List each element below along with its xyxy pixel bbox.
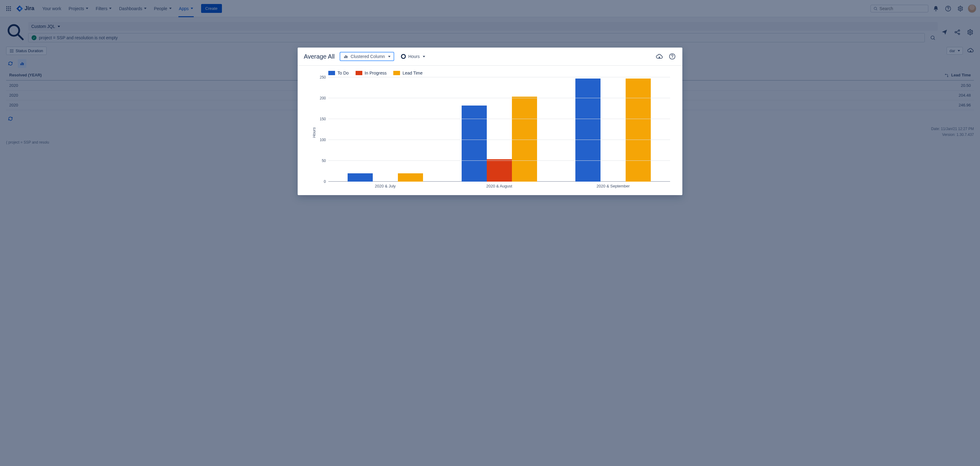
legend-swatch xyxy=(356,71,362,75)
chart-area: To DoIn ProgressLead Time Hours 2020 & J… xyxy=(298,65,682,195)
svg-rect-38 xyxy=(344,56,345,58)
modal-overlay[interactable]: Average All Clustered Column Hours To Do… xyxy=(0,0,980,466)
cloud-download-icon[interactable] xyxy=(655,53,663,61)
chart-legend: To DoIn ProgressLead Time xyxy=(328,70,676,75)
bar-group: 2020 & July xyxy=(328,77,442,182)
svg-point-42 xyxy=(672,57,673,58)
y-tick: 150 xyxy=(316,117,326,121)
gridline xyxy=(328,98,670,98)
y-tick: 200 xyxy=(316,96,326,100)
x-tick: 2020 & September xyxy=(556,184,670,188)
bar-group: 2020 & September xyxy=(556,77,670,182)
chart-modal: Average All Clustered Column Hours To Do… xyxy=(298,48,682,195)
bar[interactable] xyxy=(626,78,651,182)
chevron-down-icon xyxy=(423,56,425,57)
x-tick: 2020 & July xyxy=(328,184,442,188)
legend-label: To Do xyxy=(337,70,349,75)
y-tick: 100 xyxy=(316,138,326,142)
bar[interactable] xyxy=(398,173,423,182)
visibility-icon xyxy=(401,54,406,59)
legend-label: Lead Time xyxy=(402,70,422,75)
chevron-down-icon xyxy=(388,56,391,57)
bar[interactable] xyxy=(575,78,600,182)
unit-select[interactable]: Hours xyxy=(399,53,427,61)
bar-chart-icon xyxy=(343,54,348,59)
legend-item[interactable]: To Do xyxy=(328,70,349,75)
y-tick: 50 xyxy=(316,159,326,163)
modal-title: Average All xyxy=(304,53,335,60)
y-tick: 0 xyxy=(316,179,326,184)
chart-type-select[interactable]: Clustered Column xyxy=(340,52,394,61)
y-axis-label: Hours xyxy=(312,127,317,138)
gridline xyxy=(328,119,670,119)
y-tick: 250 xyxy=(316,75,326,80)
svg-rect-39 xyxy=(345,55,346,58)
legend-item[interactable]: In Progress xyxy=(356,70,387,75)
x-tick: 2020 & August xyxy=(442,184,556,188)
bar[interactable] xyxy=(512,97,537,182)
bar[interactable] xyxy=(348,173,373,182)
legend-label: In Progress xyxy=(365,70,387,75)
legend-swatch xyxy=(393,71,400,75)
svg-rect-40 xyxy=(347,56,347,58)
help-icon[interactable] xyxy=(668,53,676,61)
legend-swatch xyxy=(328,71,335,75)
bar-group: 2020 & August xyxy=(442,77,556,182)
legend-item[interactable]: Lead Time xyxy=(393,70,422,75)
chart-plot: Hours 2020 & July2020 & August2020 & Sep… xyxy=(328,77,670,188)
gridline xyxy=(328,160,670,161)
modal-header: Average All Clustered Column Hours xyxy=(298,48,682,65)
gridline xyxy=(328,77,670,77)
bar[interactable] xyxy=(461,105,487,182)
bar[interactable] xyxy=(487,159,512,182)
